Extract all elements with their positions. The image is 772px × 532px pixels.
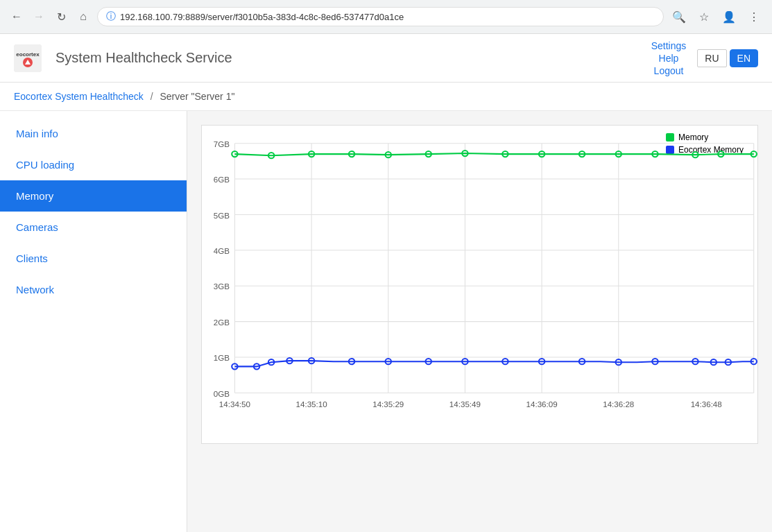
- logo-area: eocortex: [14, 44, 42, 72]
- sidebar-item-cameras[interactable]: Cameras: [0, 212, 187, 243]
- memory-chart-svg: 7GB 6GB 5GB 4GB 3GB 2GB 1GB 0GB: [202, 126, 757, 418]
- logout-link[interactable]: Logout: [654, 65, 684, 76]
- svg-text:1GB: 1GB: [214, 354, 230, 362]
- help-link[interactable]: Help: [659, 53, 679, 64]
- breadcrumb-bar: Eocortex System Healthcheck / Server "Se…: [0, 83, 772, 111]
- svg-text:0GB: 0GB: [214, 390, 230, 398]
- sidebar: Main info CPU loading Memory Cameras Cli…: [0, 111, 187, 532]
- url-text: 192.168.100.79:8889/server/f3010b5a-383d…: [120, 12, 404, 22]
- browser-actions: 🔍 ☆ 👤 ⋮: [669, 7, 764, 26]
- breadcrumb-root[interactable]: Eocortex System Healthcheck: [14, 91, 144, 102]
- svg-text:14:35:49: 14:35:49: [449, 400, 481, 409]
- browser-chrome: ← → ↻ ⌂ ⓘ 192.168.100.79:8889/server/f30…: [0, 0, 772, 34]
- sidebar-item-network[interactable]: Network: [0, 274, 187, 305]
- bookmark-button[interactable]: ☆: [694, 7, 714, 26]
- search-button[interactable]: 🔍: [669, 7, 689, 26]
- lang-ru-button[interactable]: RU: [697, 49, 726, 67]
- svg-text:6GB: 6GB: [214, 175, 230, 184]
- header-nav: Settings Help Logout: [651, 40, 687, 76]
- back-button[interactable]: ←: [8, 8, 25, 25]
- main-content: Main info CPU loading Memory Cameras Cli…: [0, 111, 772, 532]
- forward-button[interactable]: →: [31, 8, 47, 25]
- security-icon: ⓘ: [106, 10, 116, 23]
- breadcrumb-current: Server "Server 1": [160, 91, 234, 102]
- svg-text:5GB: 5GB: [214, 212, 230, 220]
- chart-container: Memory Eocortex Memory 7GB 6GB 5GB 4GB 3…: [201, 125, 758, 444]
- svg-text:7GB: 7GB: [214, 140, 230, 148]
- svg-text:3GB: 3GB: [214, 282, 230, 291]
- breadcrumb-separator: /: [151, 91, 153, 102]
- profile-button[interactable]: 👤: [719, 7, 739, 26]
- svg-text:2GB: 2GB: [214, 318, 230, 327]
- sidebar-item-main-info[interactable]: Main info: [0, 118, 187, 149]
- sidebar-item-memory[interactable]: Memory: [0, 180, 187, 212]
- reload-button[interactable]: ↻: [53, 8, 69, 25]
- svg-text:14:36:09: 14:36:09: [526, 400, 558, 409]
- lang-en-button[interactable]: EN: [730, 49, 758, 67]
- svg-text:14:36:48: 14:36:48: [691, 400, 722, 409]
- svg-text:14:36:28: 14:36:28: [603, 400, 634, 409]
- sidebar-item-cpu-loading[interactable]: CPU loading: [0, 149, 187, 180]
- svg-text:14:35:29: 14:35:29: [372, 400, 404, 409]
- app-header: eocortex System Healthcheck Service Sett…: [0, 34, 772, 83]
- settings-link[interactable]: Settings: [651, 40, 687, 51]
- home-button[interactable]: ⌂: [75, 8, 92, 25]
- sidebar-item-clients[interactable]: Clients: [0, 243, 187, 274]
- svg-text:14:34:50: 14:34:50: [219, 400, 250, 409]
- lang-group: RU EN: [697, 49, 758, 67]
- logo-icon: eocortex: [14, 44, 42, 72]
- svg-text:eocortex: eocortex: [16, 51, 40, 58]
- svg-text:4GB: 4GB: [214, 247, 230, 255]
- app-title: System Healthcheck Service: [55, 50, 651, 66]
- svg-text:14:35:10: 14:35:10: [296, 400, 327, 409]
- address-bar[interactable]: ⓘ 192.168.100.79:8889/server/f3010b5a-38…: [97, 7, 664, 26]
- chart-area: Memory Eocortex Memory 7GB 6GB 5GB 4GB 3…: [187, 111, 772, 532]
- menu-button[interactable]: ⋮: [744, 7, 764, 26]
